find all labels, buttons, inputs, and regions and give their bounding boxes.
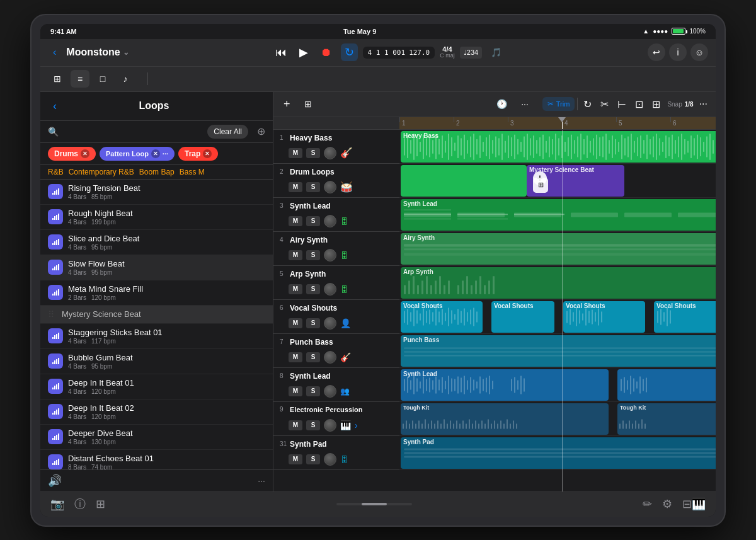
track-block-punch-bass[interactable]: Punch Bass xyxy=(401,335,716,367)
cat-tag-contemporary-rnb[interactable]: Contemporary R&B xyxy=(69,168,134,176)
list-item[interactable]: Deep In It Beat 02 4 Bars 120 bpm xyxy=(40,399,273,425)
track-9-mute[interactable]: M xyxy=(289,420,302,430)
track-block-arp-synth[interactable]: Arp Synth xyxy=(401,267,716,299)
track-9-knob[interactable] xyxy=(324,419,336,432)
list-item[interactable]: Deep In It Beat 01 4 Bars 120 bpm xyxy=(40,374,273,399)
list-item[interactable]: Distant Echoes Beat 01 8 Bars 74 bpm xyxy=(40,450,273,469)
back-button[interactable]: ‹ xyxy=(48,44,61,60)
grid-view-button[interactable]: ⊞ xyxy=(48,70,67,88)
track-3-mute[interactable]: M xyxy=(289,216,302,226)
pencil-button[interactable]: ✏ xyxy=(643,497,652,511)
layout-button[interactable]: ⊞ xyxy=(96,497,105,512)
cat-tag-boom-bap[interactable]: Boom Bap xyxy=(139,168,175,176)
volume-icon-button[interactable]: 🔊 xyxy=(48,474,62,488)
list-item[interactable]: Meta Mind Snare Fill 2 Bars 120 bpm xyxy=(40,280,273,306)
scroll-thumb[interactable] xyxy=(362,503,387,505)
cat-tag-rnb[interactable]: R&B xyxy=(48,168,64,176)
track-8-solo[interactable]: S xyxy=(306,386,320,396)
settings-btn[interactable]: ⚙ xyxy=(662,497,672,511)
trap-tag-remove[interactable]: ✕ xyxy=(203,149,212,158)
filter-tag-drums[interactable]: Drums ✕ xyxy=(48,147,96,161)
track-block-drum-1[interactable] xyxy=(401,165,527,197)
pattern-loop-remove[interactable]: ✕ xyxy=(151,149,160,158)
track-3-solo[interactable]: S xyxy=(306,216,320,226)
split-button[interactable]: ⊢ xyxy=(614,97,629,112)
filter-tag-pattern-loop[interactable]: Pattern Loop ✕ ··· xyxy=(100,147,175,161)
loops-back-button[interactable]: ‹ xyxy=(48,97,62,115)
track-block-synth-8-2[interactable] xyxy=(617,369,716,401)
track-5-mute[interactable]: M xyxy=(289,284,302,294)
track-8-mute[interactable]: M xyxy=(289,386,302,396)
play-button[interactable]: ▶ xyxy=(295,43,312,62)
list-item[interactable]: Rough Night Beat 4 Bars 199 bpm xyxy=(40,205,273,230)
track-block-synth-pad[interactable]: Synth Pad xyxy=(401,437,716,469)
track-7-solo[interactable]: S xyxy=(306,352,320,362)
track-block-elec-2[interactable]: Tough Kit xyxy=(617,403,716,435)
track-block-synth-8-1[interactable]: Synth Lead xyxy=(401,369,609,401)
track-block-airy-synth[interactable]: Airy Synth xyxy=(401,233,716,265)
trim-button[interactable]: ✂ Trim xyxy=(542,97,575,111)
paste-button[interactable]: ⊞ xyxy=(649,97,663,112)
track-5-knob[interactable] xyxy=(324,283,336,296)
track-6-knob[interactable] xyxy=(324,317,336,330)
track-1-mute[interactable]: M xyxy=(289,148,302,158)
track-9-more-button[interactable]: › xyxy=(355,420,358,430)
track-1-solo[interactable]: S xyxy=(306,148,320,158)
loop-region-button[interactable]: ↻ xyxy=(580,97,595,112)
search-icon[interactable]: 🔍 xyxy=(48,127,59,137)
track-5-solo[interactable]: S xyxy=(306,284,320,294)
track-1-knob[interactable] xyxy=(324,147,336,159)
list-item[interactable]: Bubble Gum Beat 4 Bars 95 bpm xyxy=(40,349,273,374)
edit-view-button[interactable]: □ xyxy=(93,70,112,88)
clear-all-button[interactable]: Clear All xyxy=(207,125,248,139)
track-block-elec-1[interactable]: Tough Kit xyxy=(401,403,609,435)
add-loop-button[interactable]: ⊞ xyxy=(299,96,317,112)
list-item[interactable]: Deeper Dive Beat 4 Bars 130 bpm xyxy=(40,425,273,450)
list-item[interactable]: Rising Tension Beat 4 Bars 85 bpm xyxy=(40,180,273,205)
track-6-mute[interactable]: M xyxy=(289,318,302,328)
filter-tag-trap[interactable]: Trap ✕ xyxy=(178,147,218,161)
project-name[interactable]: Moonstone ⌄ xyxy=(66,47,129,58)
track-block-heavy-bass[interactable]: Heavy Bass xyxy=(401,131,716,163)
record-button[interactable]: ⏺ xyxy=(317,43,336,62)
track-31-knob[interactable] xyxy=(324,453,336,466)
track-block-synth-lead-1[interactable]: Synth Lead xyxy=(401,199,716,231)
track-2-mute[interactable]: M xyxy=(289,182,302,192)
track-8-knob[interactable] xyxy=(324,385,336,398)
mystery-beat-drop-zone[interactable]: Mystery Science Beat + ⊞ xyxy=(527,165,624,197)
cut-button[interactable]: ✂ xyxy=(597,97,612,112)
track-9-solo[interactable]: S xyxy=(306,420,320,430)
list-item-slow-flow[interactable]: Slow Flow Beat 4 Bars 95 bpm xyxy=(40,255,273,280)
track-7-knob[interactable] xyxy=(324,351,336,364)
share-button[interactable]: ☺ xyxy=(690,43,708,61)
track-7-mute[interactable]: M xyxy=(289,352,302,362)
cat-tag-bass[interactable]: Bass M xyxy=(180,168,205,176)
list-item[interactable]: Slice and Dice Beat 4 Bars 95 bpm xyxy=(40,230,273,255)
piano-keyboard-button[interactable]: 🎹 xyxy=(692,497,706,511)
list-view-button[interactable]: ≡ xyxy=(71,70,89,88)
track-31-solo[interactable]: S xyxy=(306,454,320,464)
undo-button[interactable]: ↩ xyxy=(648,43,665,61)
mystery-beat-grid-icon[interactable]: ⊞ xyxy=(533,178,548,193)
metronome-button[interactable]: 🎵 xyxy=(487,45,505,60)
copy-button[interactable]: ⊡ xyxy=(632,97,646,112)
loop-button[interactable]: ↻ xyxy=(341,43,358,61)
list-item-mystery-beat[interactable]: ⠿ Mystery Science Beat xyxy=(40,306,273,324)
track-4-mute[interactable]: M xyxy=(289,250,302,260)
track-2-solo[interactable]: S xyxy=(306,182,320,192)
more-tools-button[interactable]: ··· xyxy=(696,97,711,111)
track-block-vocal-1[interactable]: Vocal Shouts xyxy=(401,301,483,333)
track-4-knob[interactable] xyxy=(324,249,336,261)
track-31-mute[interactable]: M xyxy=(289,454,302,464)
more-options-button[interactable]: ··· xyxy=(516,96,534,112)
track-6-solo[interactable]: S xyxy=(306,318,320,328)
score-view-button[interactable]: ♪ xyxy=(116,70,135,88)
add-track-button[interactable]: + xyxy=(278,95,295,113)
track-4-solo[interactable]: S xyxy=(306,250,320,260)
track-block-vocal-3[interactable]: Vocal Shouts xyxy=(563,301,645,333)
filter-menu-button[interactable]: ⊕ xyxy=(257,125,265,137)
drums-tag-remove[interactable]: ✕ xyxy=(81,149,89,158)
info-btn[interactable]: ⓘ xyxy=(74,497,86,512)
skip-back-button[interactable]: ⏮ xyxy=(272,43,290,62)
sliders-button[interactable]: ⊟ xyxy=(682,497,692,511)
